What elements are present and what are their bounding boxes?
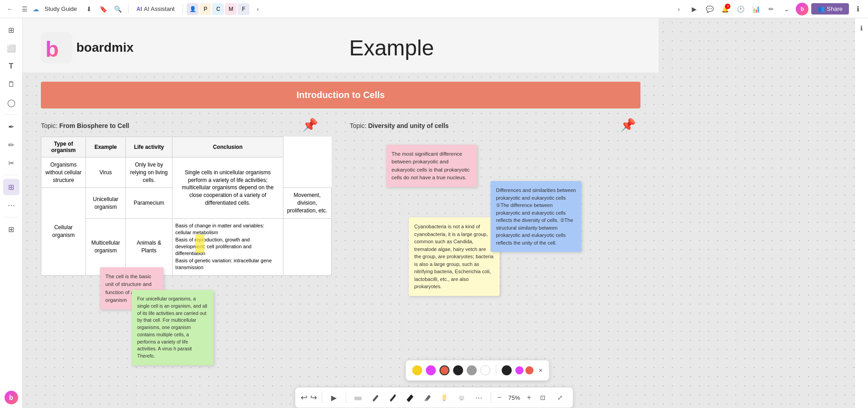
topics-row: 📌 Topic: From Biosphere to Cell Type of … xyxy=(23,118,659,280)
zoom-out-button[interactable]: − xyxy=(496,393,503,403)
tab-icon-2[interactable]: P xyxy=(199,3,211,15)
history-button[interactable]: 🕐 xyxy=(734,3,747,15)
color-gray[interactable] xyxy=(466,365,476,375)
menu-button[interactable]: ☰ xyxy=(18,3,31,15)
svg-rect-2 xyxy=(354,397,362,400)
share-button[interactable]: 👥 Share xyxy=(811,3,849,15)
color-purple[interactable] xyxy=(426,365,436,375)
sticky-pink-right-text: The most significant difference between … xyxy=(392,151,470,180)
more-right-button[interactable]: › xyxy=(672,3,685,15)
sidebar-item-text[interactable]: T xyxy=(3,58,20,74)
info-button[interactable]: ℹ xyxy=(852,3,864,15)
cell-life-2: Movement, division, proliferation, etc. xyxy=(283,188,331,218)
tab-icon-1[interactable]: 👤 xyxy=(187,3,198,15)
logo-icon: b xyxy=(41,32,73,64)
eraser-tool[interactable] xyxy=(351,390,365,405)
stats-button[interactable]: 📊 xyxy=(749,3,762,15)
sidebar-item-grid[interactable]: ⊞ xyxy=(3,179,20,195)
zoom-in-button[interactable]: + xyxy=(525,393,533,403)
right-panel: ℹ xyxy=(854,18,868,408)
tab-icon-5[interactable]: F xyxy=(238,3,249,15)
more-icon: ⋯ xyxy=(8,201,15,210)
bottom-toolbar: ↩ ↪ ▶ ⋯ − 75% + ⊡ ⤢ xyxy=(295,387,574,408)
ai-label: AI Assistant xyxy=(144,5,175,12)
highlighter-tool[interactable] xyxy=(437,390,451,405)
sidebar-item-shape[interactable]: ◯ xyxy=(3,94,20,111)
color-divider xyxy=(496,365,496,376)
sticky-note-pink-right: The most significant difference between … xyxy=(386,145,477,187)
color-black[interactable] xyxy=(453,365,463,375)
tab-icon-3[interactable]: C xyxy=(212,3,224,15)
user-avatar[interactable]: b xyxy=(796,3,808,15)
document-header: b boardmix Example xyxy=(23,18,659,73)
expand-button[interactable]: ⌄ xyxy=(780,3,793,15)
shape-icon: ◯ xyxy=(7,98,15,107)
sidebar-item-more[interactable]: ⋯ xyxy=(3,197,20,213)
svg-rect-8 xyxy=(460,399,463,400)
sidebar-avatar[interactable]: b xyxy=(5,391,18,404)
color-red-selected[interactable] xyxy=(439,365,449,375)
svg-text:b: b xyxy=(45,37,59,61)
pin-icon-right: 📌 xyxy=(620,118,636,133)
right-info-button[interactable]: ℹ xyxy=(855,22,868,34)
sidebar-sep-1 xyxy=(5,114,18,115)
svg-point-3 xyxy=(394,394,396,396)
color-white[interactable] xyxy=(480,365,490,375)
color-black-2[interactable] xyxy=(501,365,511,375)
text-icon: T xyxy=(9,62,14,70)
canvas-area[interactable]: b boardmix Example Introduction to Cells xyxy=(23,18,854,408)
comments-button[interactable]: 💬 xyxy=(703,3,716,15)
expand-view-button[interactable]: ⤢ xyxy=(553,390,567,405)
notifications-button[interactable]: 🔔 3 xyxy=(719,3,731,15)
pen-thick-tool[interactable] xyxy=(402,390,417,405)
sidebar-item-pen[interactable]: ✒ xyxy=(3,118,20,135)
sidebar-item-connector[interactable]: ⊞ xyxy=(3,221,20,237)
sidebar-sep-3 xyxy=(5,217,18,217)
sidebar-item-scissors[interactable]: ✂ xyxy=(3,155,20,171)
table-header-life: Life activity xyxy=(125,137,172,157)
cell-life-1: Only live by relying on living cells. xyxy=(125,157,172,188)
table-row-virus: Organisms without cellular structure Vir… xyxy=(41,157,332,188)
stamp-tool[interactable] xyxy=(454,390,469,405)
pen-medium-tool[interactable] xyxy=(385,390,400,405)
cell-type-1: Organisms without cellular structure xyxy=(41,157,86,188)
marker-icon: ✏ xyxy=(8,141,14,149)
connector-icon: ⊞ xyxy=(8,225,14,234)
undo-button[interactable]: ↩ xyxy=(301,393,308,403)
more-tools-button[interactable]: ⋯ xyxy=(471,390,486,405)
sidebar-item-marker[interactable]: ✏ xyxy=(3,137,20,153)
present-button[interactable]: ▶ xyxy=(688,3,700,15)
color-purple-2[interactable] xyxy=(515,366,523,374)
download-button[interactable]: ⬇ xyxy=(83,3,95,15)
pen-thin-tool[interactable] xyxy=(368,390,382,405)
ai-assistant-button[interactable]: AI AI Assistant xyxy=(132,4,179,14)
draw-button[interactable]: ✏ xyxy=(765,3,778,15)
color-popup-close[interactable]: × xyxy=(539,367,542,374)
document-title-main: Example xyxy=(143,35,640,60)
cell-example-1: Virus xyxy=(86,157,125,188)
sidebar-item-sticky[interactable]: 🗒 xyxy=(3,76,20,93)
collapse-tabs-button[interactable]: ‹ xyxy=(251,3,264,15)
share-icon: 👥 xyxy=(818,5,825,12)
bookmark-button[interactable]: 🔖 xyxy=(97,3,110,15)
cell-subtype-3: Multicellular organism xyxy=(86,218,125,275)
pen-icon: ✒ xyxy=(8,123,14,131)
search-button[interactable]: 🔍 xyxy=(112,3,124,15)
avatar-letter: b xyxy=(9,394,13,401)
sidebar-item-layers[interactable]: ⊞ xyxy=(3,22,20,38)
brush-tool[interactable] xyxy=(420,390,434,405)
back-button[interactable]: ← xyxy=(4,3,16,15)
bottom-divider-3 xyxy=(491,392,491,403)
cell-example-3: Animals & Plants xyxy=(125,218,172,275)
redo-button[interactable]: ↪ xyxy=(310,393,317,403)
cloud-icon: ☁ xyxy=(33,5,39,13)
sidebar-item-frame[interactable]: ⬜ xyxy=(3,40,20,56)
sticky-note-yellow-right: Cyanobacteria is not a kind of cyanobact… xyxy=(409,217,500,296)
color-red-2[interactable] xyxy=(525,366,533,374)
play-button[interactable]: ▶ xyxy=(327,390,341,405)
tab-icon-4[interactable]: M xyxy=(225,3,237,15)
sidebar-sep-2 xyxy=(5,175,18,175)
color-yellow[interactable] xyxy=(412,365,422,375)
logo-name: boardmix xyxy=(76,40,134,55)
fit-view-button[interactable]: ⊡ xyxy=(536,390,550,405)
